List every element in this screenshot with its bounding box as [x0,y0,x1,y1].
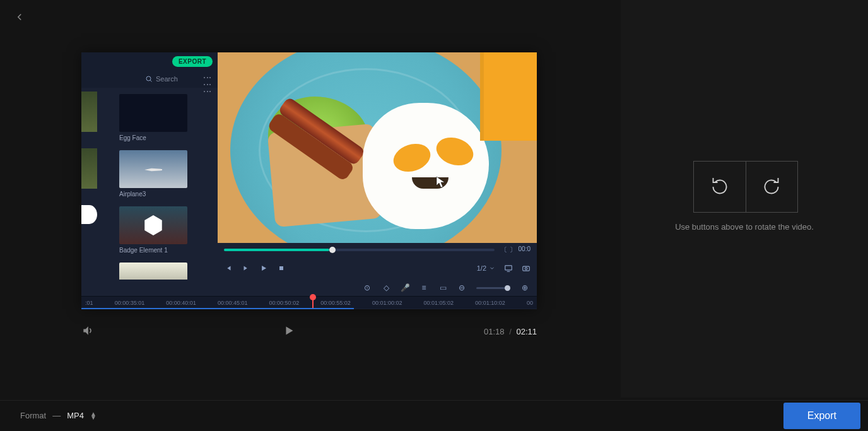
preview-time-label: 00:0 [519,245,531,254]
list-item[interactable]: Airplane3 [119,150,213,198]
preview-video[interactable] [218,52,537,243]
format-select[interactable]: MP4 [67,411,84,420]
marker-icon[interactable]: ⊙ [363,283,372,292]
playhead[interactable] [312,297,314,309]
editor-area: EXPORT Search Egg Face [0,0,618,398]
format-group: Format — MP4 ▲▼ [20,411,97,420]
rotate-ccw-button[interactable] [694,162,746,212]
zoom-slider[interactable] [476,287,510,289]
current-time: 01:18 [484,327,505,336]
preview-pane: 〔 〕 00:0 1/2 [218,52,537,280]
thumbnail[interactable] [81,92,97,132]
zoom-select[interactable]: 1/2 [477,264,495,272]
tick-label: 00:00:40:01 [166,300,196,306]
toolbar-row: ⊙ ◇ 🎤 ≡ ▭ ⊖ ⊕ [81,280,537,296]
tick-label: 00 [527,300,533,306]
thumbnail [119,150,187,188]
rotate-hint-text: Use buttons above to rotate the video. [621,222,868,232]
playback-row: 01:18 / 02:11 [81,319,537,344]
thumbnail [119,94,187,132]
library-item-label: Airplane3 [119,191,213,198]
inner-export-button[interactable]: EXPORT [172,56,213,67]
time-separator: / [509,327,512,336]
mic-icon[interactable]: 🎤 [401,283,409,292]
tick-label: 00:01:05:02 [424,300,454,306]
inner-top: EXPORT Search Egg Face [81,52,537,280]
svg-line-1 [150,80,151,81]
library-strip [81,52,97,309]
zoom-in-icon[interactable]: ⊕ [520,283,529,292]
snapshot-icon[interactable] [522,264,531,273]
total-time: 02:11 [516,327,537,336]
equalizer-icon[interactable]: ≡ [419,283,428,292]
inner-editor: EXPORT Search Egg Face [81,52,537,309]
tick-label: 00:00:50:02 [269,300,300,306]
grid-view-icon[interactable] [204,74,213,83]
play-icon[interactable] [259,264,268,273]
dash: — [52,411,61,420]
rotate-cw-button[interactable] [746,162,798,212]
tick-label: 00:00:45:01 [218,300,248,306]
tick-label: 00:00:55:02 [320,300,351,306]
format-label: Format [20,411,46,420]
inner-export-bar: EXPORT [81,52,218,70]
list-item[interactable]: Badge Element 1 [119,206,213,254]
side-panel: Use buttons above to rotate the video. [621,0,868,398]
search-input[interactable]: Search [156,75,178,83]
progress-bar[interactable] [224,249,495,251]
play-button[interactable] [282,324,296,339]
caption-icon[interactable]: ▭ [438,283,447,292]
library-panel: EXPORT Search Egg Face [81,52,218,280]
clip-range [81,308,354,309]
stop-icon[interactable] [277,264,286,273]
cursor-icon [436,176,446,189]
volume-button[interactable] [81,324,94,339]
thumbnail [119,263,187,280]
timeline[interactable]: :01 00:00:35:01 00:00:40:01 00:00:45:01 … [81,296,537,309]
list-item[interactable] [119,263,213,280]
player-controls: 1/2 [218,257,537,280]
svg-rect-3 [505,266,512,270]
thumbnail[interactable] [81,148,97,189]
bracket-icon[interactable]: 〕 [510,245,516,254]
zoom-out-icon[interactable]: ⊖ [457,283,466,292]
library-item-label: Egg Face [119,134,213,141]
time-display: 01:18 / 02:11 [484,327,537,336]
progress-row: 〔 〕 00:0 [218,243,537,257]
export-button[interactable]: Export [783,403,860,429]
step-forward-icon[interactable] [242,264,250,273]
svg-rect-5 [523,266,530,271]
svg-point-6 [525,268,527,270]
library-item-label: Badge Element 1 [119,247,213,254]
rotate-buttons [693,161,798,213]
svg-point-0 [146,76,151,81]
search-icon [144,74,153,83]
thumbnail [119,206,187,244]
display-icon[interactable] [504,264,513,273]
svg-rect-2 [279,266,283,270]
thumbnail[interactable] [81,205,97,224]
bottom-bar: Format — MP4 ▲▼ Export [0,400,868,430]
library-items: Egg Face Airplane3 Badge Element 1 [81,88,218,280]
step-back-icon[interactable] [224,264,233,273]
tick-label: 00:01:10:02 [475,300,505,306]
shield-icon[interactable]: ◇ [382,283,390,292]
list-item[interactable]: Egg Face [119,94,213,141]
format-stepper-icon[interactable]: ▲▼ [90,412,97,420]
tick-label: 00:00:35:01 [115,300,145,306]
bracket-icon[interactable]: 〔 [501,245,507,254]
library-search-bar: Search [81,70,218,88]
tick-label: 00:01:00:02 [372,300,402,306]
